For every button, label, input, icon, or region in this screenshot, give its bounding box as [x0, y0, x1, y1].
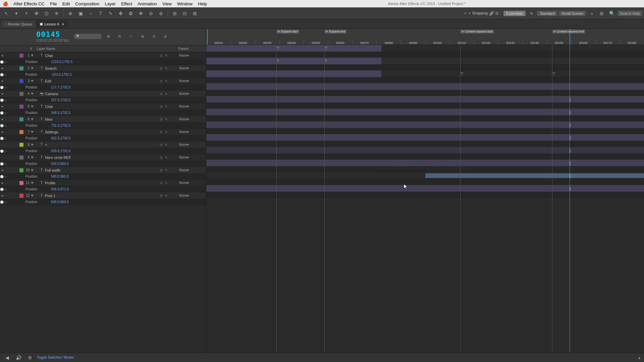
- solo-icon[interactable]: [9, 130, 14, 134]
- menu-animation[interactable]: Animation: [138, 1, 157, 6]
- timeline-layer-row[interactable]: |: [206, 172, 644, 179]
- solo-icon[interactable]: [9, 79, 14, 83]
- expand-icon[interactable]: [31, 157, 34, 159]
- expand-prop-icon[interactable]: ▷: [5, 200, 7, 204]
- menu-after-effects[interactable]: After Effects CC: [13, 1, 45, 6]
- menu-window[interactable]: Window: [177, 1, 193, 6]
- menu-file[interactable]: File: [50, 1, 57, 6]
- tool-hand[interactable]: ✥: [32, 9, 41, 18]
- audio-icon[interactable]: [5, 66, 9, 71]
- panel-paint-icon[interactable]: ⊡: [150, 32, 158, 41]
- tab-lesson6-menu[interactable]: ≡: [62, 22, 64, 26]
- timecode-display[interactable]: 00145: [36, 30, 69, 39]
- solo-icon[interactable]: [9, 66, 14, 71]
- audio-icon[interactable]: [5, 117, 9, 122]
- switch-pencil[interactable]: ✎: [164, 53, 169, 58]
- tool-camera[interactable]: ⊡: [42, 9, 51, 18]
- timeline-layer-row[interactable]: |: [206, 109, 644, 115]
- timeline-layer-row[interactable]: |: [206, 185, 644, 192]
- prop-value[interactable]: 348.5,1792.5: [51, 111, 206, 115]
- audio-icon[interactable]: [5, 155, 9, 160]
- clock-icon[interactable]: 🕐: [0, 60, 5, 64]
- parent-selector[interactable]: None▾: [179, 156, 206, 159]
- visibility-icon[interactable]: ●: [0, 117, 5, 122]
- tool-pencil[interactable]: ✎: [106, 9, 115, 18]
- layer-label[interactable]: [19, 66, 23, 70]
- layer-label[interactable]: [19, 130, 23, 134]
- tool-ellipse[interactable]: ○: [86, 9, 95, 18]
- lock-icon[interactable]: [14, 92, 19, 96]
- panel-motion-icon[interactable]: ⊛: [161, 32, 170, 41]
- switch-quality[interactable]: ⊡: [159, 181, 164, 185]
- lock-icon[interactable]: [14, 181, 19, 185]
- switch-quality[interactable]: ⊡: [159, 117, 164, 122]
- audio-icon[interactable]: [5, 142, 9, 147]
- menu-composition[interactable]: Composition: [75, 1, 99, 6]
- search-icon[interactable]: 🔍: [607, 9, 616, 18]
- parent-selector[interactable]: None▾: [179, 194, 206, 197]
- parent-selector[interactable]: None▾: [179, 181, 206, 185]
- prop-value[interactable]: 539.0,1791.0: [51, 149, 206, 153]
- switch-quality[interactable]: ⊡: [159, 53, 164, 58]
- tab-close-render[interactable]: ×: [5, 22, 7, 26]
- expand-prop-icon[interactable]: ▷: [5, 137, 7, 140]
- workspace-standard[interactable]: Standard: [537, 11, 557, 16]
- audio-icon[interactable]: [5, 181, 9, 185]
- scroll-up-icon[interactable]: ▲: [637, 355, 641, 360]
- switch-pencil[interactable]: ✎: [164, 181, 169, 185]
- tool-star[interactable]: ✵: [52, 9, 61, 18]
- timeline-layer-row[interactable]: ⊤ ⊤: [206, 70, 644, 77]
- tool-select[interactable]: ↖: [2, 9, 11, 18]
- visibility-icon[interactable]: [0, 155, 5, 160]
- switch-pencil[interactable]: ✎: [164, 66, 169, 71]
- tool-brush[interactable]: ✿: [126, 9, 135, 18]
- prop-value[interactable]: 922.5,1792.5: [51, 136, 206, 140]
- panel-check-icon[interactable]: ✓: [127, 32, 136, 41]
- layer-label[interactable]: [19, 181, 23, 185]
- clock-icon[interactable]: 🕐: [0, 200, 5, 204]
- visibility-icon[interactable]: ●: [0, 168, 5, 173]
- parent-selector[interactable]: None▾: [179, 105, 206, 108]
- switch-pencil[interactable]: ✎: [164, 142, 169, 147]
- panel-settings-icon[interactable]: ⊞: [104, 32, 113, 41]
- visibility-icon[interactable]: [0, 142, 5, 147]
- clock-icon[interactable]: 🕐: [0, 124, 5, 127]
- panel-grid-icon[interactable]: ⊞: [138, 32, 147, 41]
- lock-icon[interactable]: [14, 53, 19, 58]
- layer-row[interactable]: ● 5 T Chat ⊡ ✎ None▾: [0, 103, 206, 110]
- expand-prop-icon[interactable]: ▷: [5, 99, 7, 102]
- clock-icon[interactable]: 🕐: [0, 137, 5, 140]
- visibility-icon[interactable]: ●: [0, 130, 5, 134]
- switch-quality[interactable]: ⊡: [159, 142, 164, 147]
- timeline-layer-row[interactable]: |: [206, 147, 644, 154]
- expand-icon[interactable]: [31, 131, 34, 133]
- expand-prop-icon[interactable]: ▷: [5, 188, 7, 191]
- parent-selector[interactable]: None▾: [179, 92, 206, 96]
- lock-icon[interactable]: [14, 193, 19, 198]
- solo-icon[interactable]: [9, 193, 14, 198]
- clock-icon[interactable]: 🕐: [0, 175, 5, 178]
- switch-pencil[interactable]: ✎: [164, 193, 169, 198]
- expand-icon[interactable]: [31, 80, 34, 82]
- layer-row[interactable]: ● 2 T Search ⊡ ✎ None▾: [0, 65, 206, 72]
- visibility-icon[interactable]: ●: [0, 193, 5, 198]
- prop-value[interactable]: 540.0,960.0: [51, 200, 206, 204]
- panel-fx-icon[interactable]: fx: [115, 32, 124, 41]
- tab-render-queue[interactable]: × Render Queue: [1, 21, 36, 27]
- layer-row[interactable]: 8 T + ⊡ ✎ None▾: [0, 141, 206, 148]
- expand-prop-icon[interactable]: ▷: [5, 111, 7, 115]
- tool-clone[interactable]: ❋: [137, 9, 145, 18]
- layer-row[interactable]: ● 11 T Profile ⊡ ✎ None▾: [0, 180, 206, 186]
- switch-pencil[interactable]: ✎: [164, 117, 169, 122]
- settings-icon[interactable]: ⚙: [25, 353, 34, 362]
- expand-prop-icon[interactable]: ▷: [5, 124, 7, 127]
- audio-icon[interactable]: [5, 53, 9, 58]
- clock-icon[interactable]: 🕐: [0, 188, 5, 191]
- solo-icon[interactable]: [9, 117, 14, 122]
- workspace-small-screen[interactable]: Small Screen: [559, 11, 586, 16]
- expand-icon[interactable]: [31, 55, 34, 57]
- expand-icon[interactable]: [31, 182, 34, 184]
- expand-icon[interactable]: [31, 106, 34, 108]
- switch-pencil[interactable]: ✎: [164, 104, 169, 109]
- layer-label[interactable]: [19, 79, 23, 83]
